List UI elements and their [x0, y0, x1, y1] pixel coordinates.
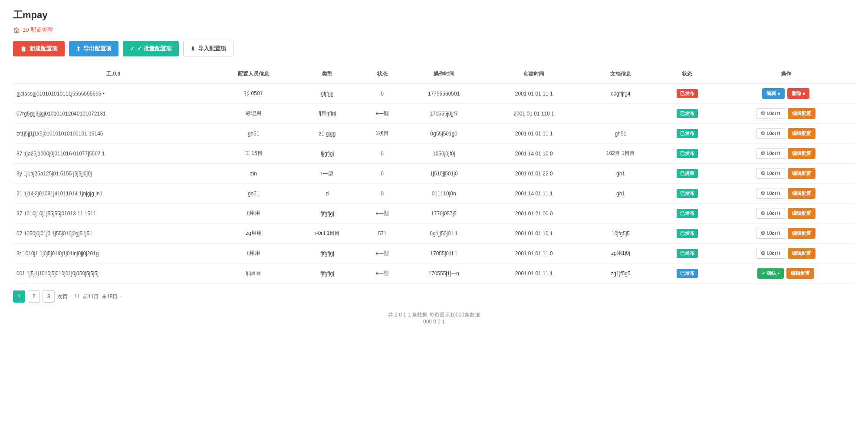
cell-doc: zg用1j0j [583, 244, 658, 264]
cell-person: zin [214, 164, 293, 184]
config-table-container: 工.0.0 配置人员信息 类型 状态 操作时间 创建时间 文档信息 状态 操作 … [13, 65, 855, 284]
action-btn-0[interactable]: ① I.0cr⊓ [756, 188, 785, 199]
action-btn-0[interactable]: ① I.0cr⊓ [756, 228, 785, 239]
action-btn-0[interactable]: ① I.0cr⊓ [756, 128, 785, 139]
cell-status: 0 [361, 144, 403, 164]
cell-status: 0 [361, 184, 403, 204]
cell-op-time: 170555j0jjf7 [403, 104, 484, 124]
action-btn-0[interactable]: ① I.0cr⊓ [756, 168, 785, 179]
cell-name: 3r 1010j1 1j0j5j01l0j1j01lnj0jj0j201g [13, 244, 214, 264]
footer-line2: 000 0 0 1 [13, 319, 855, 325]
action-btn-1[interactable]: 编辑配置 [788, 128, 815, 139]
page-btn-3[interactable]: 3 [43, 290, 55, 303]
cell-doc: gh51 [583, 124, 658, 144]
cell-op-time: 17055j01f 1 [403, 244, 484, 264]
cell-actions: ① I.0cr⊓ 编辑配置 [717, 244, 855, 264]
cell-actions: ① I.0cr⊓ 编辑配置 [717, 184, 855, 204]
action-btn-0[interactable]: ① I.0cr⊓ [756, 248, 785, 259]
cell-name: 21 1j14j2j01091j41011014 1jnjgjg jn1 [13, 184, 214, 204]
action-btn-1[interactable]: 删除 ● [787, 88, 810, 99]
cell-status: v—型 [361, 104, 403, 124]
cell-actions: ① I.0cr⊓ 编辑配置 [717, 224, 855, 244]
action-btn-1[interactable]: 编辑配置 [788, 148, 815, 159]
page-btn-2[interactable]: 2 [28, 290, 40, 303]
action-btn-1[interactable]: 编辑配置 [788, 228, 815, 239]
cell-name: 07rg5gg3jjgj010101012040101072131 [13, 104, 214, 124]
action-btn-1[interactable]: 编辑配置 [788, 208, 815, 219]
footer: 共 2 0 1 1 条数据 每页显示10000条数据 000 0 0 1 [13, 311, 855, 325]
cell-create-time: 2001 01 01 110 1 [484, 104, 583, 124]
cell-create-time: 2001 01 01 11 1 [484, 124, 583, 144]
new-config-icon: 📋 [20, 46, 27, 52]
cell-name: 37 1010j10j1j55j55j01013 11 1511 [13, 204, 214, 224]
status-badge: 已发布 [677, 149, 698, 158]
new-config-button[interactable]: 📋 新建配置项 [13, 41, 65, 56]
cell-status: 571 [361, 224, 403, 244]
import-config-button[interactable]: ⬇ 导入配置项 [183, 41, 233, 56]
action-btn-1[interactable]: 编辑配置 [788, 248, 815, 259]
cell-person: fjfj目目 [214, 264, 293, 284]
cell-person: fj用用 [214, 204, 293, 224]
cell-person: fj用用 [214, 244, 293, 264]
status-badge: 已发布 [677, 129, 698, 138]
cell-badge: 已发布 [658, 104, 717, 124]
import-icon: ⬇ [191, 46, 195, 52]
cell-op-time: 0g1jj50j01 1 [403, 224, 484, 244]
cell-badge: 已发布 [658, 244, 717, 264]
status-badge: 已发布 [677, 269, 698, 278]
cell-actions: ① I.0cr⊓ 编辑配置 [717, 104, 855, 124]
page-btn-1[interactable]: 1 [13, 290, 25, 303]
cell-status: v—型 [361, 264, 403, 284]
status-badge: 已提审 [677, 169, 698, 178]
export-config-button[interactable]: ⬆ 导出配置项 [69, 41, 118, 56]
cell-actions: ① I.0cr⊓ 编辑配置 [717, 164, 855, 184]
cell-badge: 已提审 [658, 164, 717, 184]
table-row: zr1j5jj1j1x5j010101010100101 15145 gh51 … [13, 124, 855, 144]
col-actions: 操作 [717, 65, 855, 83]
cell-badge: 已发布 [658, 144, 717, 164]
action-btn-0[interactable]: ① I.0cr⊓ [756, 148, 785, 159]
check-icon: ✓ [130, 46, 135, 52]
cell-create-time: 2001 01 01 22 0 [484, 164, 583, 184]
cell-badge: 已发布 [658, 264, 717, 284]
page-last-label: 末18目 [102, 293, 118, 300]
cell-person: zg用用 [214, 224, 293, 244]
cell-badge: 已发布 [658, 204, 717, 224]
action-btn-1[interactable]: 编辑配置 [788, 108, 815, 119]
action-btn-0[interactable]: ✓ 确认 • [757, 268, 784, 279]
status-badge: 已发布 [677, 109, 698, 118]
export-icon: ⬆ [76, 46, 81, 52]
cell-op-time: 0g55j501g0 [403, 124, 484, 144]
cell-status: 0 [361, 164, 403, 184]
action-btn-1[interactable]: 编辑配置 [786, 268, 814, 279]
cell-create-time: 2001 01 01 11 0 [484, 244, 583, 264]
cell-type: d [293, 184, 361, 204]
batch-config-button[interactable]: ✓ ✓ 批量配置项 [123, 41, 179, 56]
cell-name: 3y 1j1aj25a125j01 5155 j5j5jj0j0j [13, 164, 214, 184]
cell-op-time: 011110j0n [403, 184, 484, 204]
cell-doc: gh1 [583, 184, 658, 204]
cell-person: gh51 [214, 124, 293, 144]
cell-name: 001 1j5j1j1010j5j010j01j0j050j5j5j5j [13, 264, 214, 284]
table-row: 001 1j5j1j1010j5j010j01j0j050j5j5j5j fjf… [13, 264, 855, 284]
table-row: 37 1ja25j1000j0j011016 01077j5507 1 工 15… [13, 144, 855, 164]
cell-create-time: 2001 14 01 11 1 [484, 184, 583, 204]
cell-type: fj目gfjgj [293, 104, 361, 124]
action-btn-0[interactable]: ① I.0cr⊓ [756, 108, 785, 119]
page-11: 11 [74, 293, 80, 300]
cell-type: z1 gjgg [293, 124, 361, 144]
cell-actions: ① I.0cr⊓ 编辑配置 [717, 204, 855, 224]
action-btn-0[interactable]: 编辑 ● [762, 88, 785, 99]
cell-actions: 编辑 ● 删除 ● [717, 83, 855, 104]
status-badge: 已发布 [677, 249, 698, 258]
cell-op-time: 1050j0jf0j [403, 144, 484, 164]
cell-badge: 已发布 [658, 224, 717, 244]
action-btn-0[interactable]: ① I.0cr⊓ [756, 208, 785, 219]
action-btn-1[interactable]: 编辑配置 [788, 168, 815, 179]
cell-status: 0 [361, 83, 403, 104]
cell-badge: 已发布 [658, 124, 717, 144]
action-btn-1[interactable]: 编辑配置 [788, 188, 815, 199]
status-badge: 已发布 [677, 89, 698, 98]
cell-doc: 102目 1目目 [583, 144, 658, 164]
col-type: 类型 [293, 65, 361, 83]
